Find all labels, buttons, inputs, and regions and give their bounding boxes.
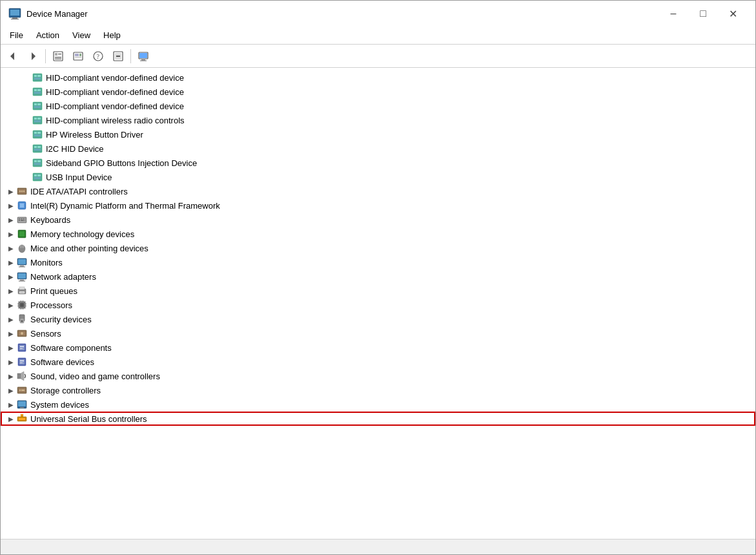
svg-rect-1 <box>10 10 19 16</box>
window-title: Device Manager <box>26 9 88 19</box>
forward-button[interactable] <box>23 47 43 65</box>
disable-button[interactable] <box>108 47 128 65</box>
svg-rect-83 <box>18 273 26 278</box>
category-sw-devices[interactable]: ▶ Software devices <box>1 355 755 369</box>
properties-button[interactable] <box>48 47 68 65</box>
back-button[interactable] <box>3 47 23 65</box>
svg-rect-71 <box>21 220 24 222</box>
processor-icon <box>16 299 28 311</box>
menu-help[interactable]: Help <box>97 28 127 43</box>
category-security[interactable]: ▶ Security devices <box>1 312 755 326</box>
list-item[interactable]: HID-compliant vendor-defined device <box>1 85 755 99</box>
expand-arrow <box>21 101 32 111</box>
toolbar-sep-2 <box>130 49 131 63</box>
svg-rect-45 <box>34 146 37 148</box>
svg-point-102 <box>21 320 23 322</box>
item-label: HID-compliant vendor-defined device <box>46 87 184 97</box>
list-item[interactable]: I2C HID Device <box>1 141 755 156</box>
item-label: Security devices <box>30 315 92 324</box>
print-icon <box>16 285 28 297</box>
monitor-button[interactable] <box>134 47 153 65</box>
category-system-devices[interactable]: ▶ System devices <box>1 397 755 412</box>
status-bar <box>1 539 755 554</box>
svg-rect-26 <box>37 75 41 77</box>
properties-icon <box>53 51 63 61</box>
list-item[interactable]: Sideband GPIO Buttons Injection Device <box>1 156 755 170</box>
item-label: Network adapters <box>30 272 96 282</box>
item-label: Sideband GPIO Buttons Injection Device <box>46 158 197 168</box>
expand-arrow <box>21 143 32 154</box>
expand-chevron: ▶ <box>6 328 16 339</box>
expand-chevron: ▶ <box>6 399 16 410</box>
svg-rect-63 <box>20 204 24 207</box>
svg-rect-109 <box>20 348 23 349</box>
category-sound-video[interactable]: ▶ Sound, video and game controllers <box>1 369 755 383</box>
menu-action[interactable]: Action <box>30 28 66 43</box>
svg-rect-108 <box>20 346 24 347</box>
update-icon <box>73 51 83 61</box>
sw-comp-icon <box>16 342 28 353</box>
svg-rect-87 <box>19 287 25 289</box>
category-mice[interactable]: ▶ Mice and other pointing devices <box>1 241 755 255</box>
item-label: HID-compliant wireless radio controls <box>46 116 185 125</box>
list-item[interactable]: HID-compliant vendor-defined device <box>1 99 755 113</box>
category-processors[interactable]: ▶ Processors <box>1 298 755 312</box>
monitor-icon <box>16 257 28 268</box>
tree-panel[interactable]: HID-compliant vendor-defined device HID-… <box>1 68 755 539</box>
minimize-button[interactable]: – <box>659 3 688 24</box>
item-label: Keyboards <box>30 215 70 225</box>
category-sensors[interactable]: ▶ Sensors <box>1 326 755 340</box>
svg-rect-70 <box>19 220 20 222</box>
expand-chevron: ▶ <box>6 215 16 225</box>
category-ide-ata[interactable]: ▶ IDE ATA/ATAPI controllers <box>1 184 755 198</box>
expand-chevron: ▶ <box>6 200 16 211</box>
item-label: Monitors <box>30 258 63 267</box>
svg-rect-92 <box>21 300 21 302</box>
item-label: Print queues <box>30 286 77 296</box>
svg-rect-8 <box>58 54 61 54</box>
expand-chevron: ▶ <box>6 314 16 324</box>
category-print-queues[interactable]: ▶ Print queues <box>1 284 755 298</box>
category-storage[interactable]: ▶ Storage controllers <box>1 383 755 397</box>
svg-rect-43 <box>34 134 41 136</box>
category-sw-components[interactable]: ▶ Software components <box>1 340 755 355</box>
item-label: System devices <box>30 400 89 410</box>
list-item[interactable]: HP Wireless Button Driver <box>1 127 755 141</box>
category-usb-controllers[interactable]: ▶ Universal Serial Bus controllers <box>1 412 755 426</box>
svg-rect-2 <box>12 17 17 19</box>
svg-rect-107 <box>19 345 25 350</box>
svg-point-105 <box>21 332 23 335</box>
expand-arrow <box>21 158 32 168</box>
help-button[interactable]: ? <box>88 47 108 65</box>
list-item[interactable]: HID-compliant vendor-defined device <box>1 70 755 85</box>
item-label: I2C HID Device <box>46 144 104 154</box>
storage-icon <box>16 384 28 396</box>
memory-icon <box>16 228 28 240</box>
svg-rect-50 <box>37 160 41 162</box>
category-intel-thermal[interactable]: ▶ Intel(R) Dynamic Platform and Thermal … <box>1 198 755 213</box>
category-memory-tech[interactable]: ▶ Memory technology devices <box>1 227 755 241</box>
maximize-button[interactable]: □ <box>688 3 718 24</box>
svg-rect-111 <box>19 359 25 364</box>
list-item[interactable]: HID-compliant wireless radio controls <box>1 113 755 127</box>
svg-rect-3 <box>11 19 19 19</box>
item-label: Storage controllers <box>30 386 101 395</box>
category-keyboards[interactable]: ▶ Keyboards <box>1 213 755 227</box>
category-network[interactable]: ▶ Network adapters <box>1 269 755 284</box>
monitor-icon <box>138 51 148 61</box>
svg-rect-53 <box>34 174 37 176</box>
svg-rect-12 <box>75 54 79 56</box>
window-controls: – □ ✕ <box>659 3 748 24</box>
svg-rect-42 <box>37 132 41 134</box>
item-label: Memory technology devices <box>30 229 134 239</box>
update-driver-button[interactable] <box>68 47 88 65</box>
svg-rect-72 <box>25 220 25 222</box>
item-label: Sensors <box>30 329 61 339</box>
category-monitors[interactable]: ▶ Monitors <box>1 255 755 269</box>
menu-file[interactable]: File <box>3 28 30 43</box>
close-button[interactable]: ✕ <box>718 3 748 24</box>
menu-view[interactable]: View <box>66 28 97 43</box>
list-item[interactable]: USB Input Device <box>1 170 755 184</box>
svg-rect-27 <box>34 78 41 79</box>
item-label: HP Wireless Button Driver <box>46 130 143 140</box>
